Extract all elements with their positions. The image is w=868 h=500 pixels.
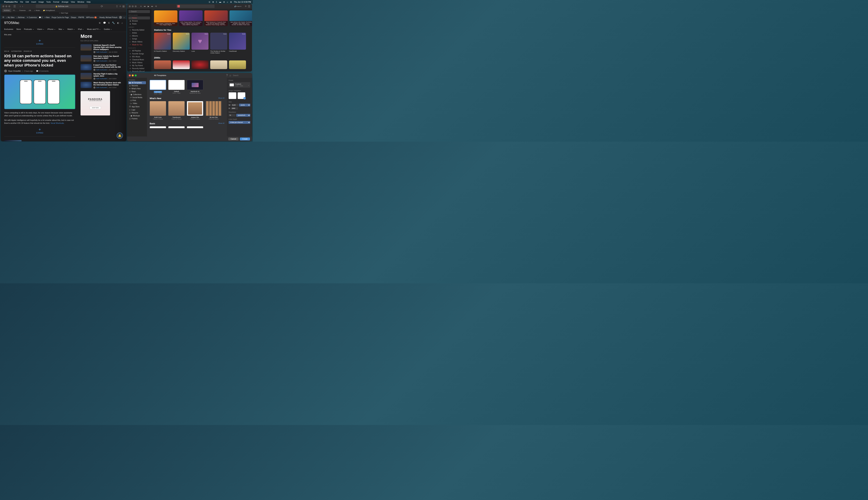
tag[interactable]: AUTOMATION bbox=[11, 50, 22, 52]
search-input[interactable]: ⌕ Search bbox=[128, 10, 150, 13]
avatar[interactable] bbox=[119, 16, 122, 19]
bluetooth-icon[interactable]: ᛒ bbox=[216, 1, 217, 3]
comments-link[interactable]: 💬 5 Comments bbox=[36, 70, 48, 72]
nav-item[interactable]: iPhone ⌄ bbox=[47, 28, 55, 30]
tag[interactable]: IPADOS 18 bbox=[24, 50, 32, 52]
tab[interactable]: 📁 Smörgåsbord bbox=[42, 9, 56, 12]
tab[interactable]: ♫ Music bbox=[33, 9, 41, 12]
preset-selector[interactable]: Custom5120 × 2880 ⌄ bbox=[229, 82, 250, 88]
new-tab-icon[interactable]: + bbox=[119, 5, 121, 8]
dollar-icon[interactable]: $ bbox=[108, 22, 110, 24]
menu-window[interactable]: Window bbox=[77, 1, 84, 3]
music-main[interactable]: Milky Chance, OneRepublic, Oliver Tree, … bbox=[151, 9, 252, 71]
chat-icon[interactable]: 💬 bbox=[103, 22, 106, 24]
template-card[interactable]: Solid ColorFrame (3 Sizes) bbox=[150, 101, 166, 120]
wp-purge[interactable]: Purge Cache for Page bbox=[52, 16, 69, 19]
key-icon[interactable]: 🔧 bbox=[112, 22, 115, 24]
wp-comments[interactable]: 💬 2 bbox=[39, 16, 42, 19]
template-card[interactable] bbox=[187, 126, 203, 128]
share-icon[interactable]: ⇧ bbox=[116, 5, 118, 8]
article-headline[interactable]: iOS 18 can perform actions based on any … bbox=[4, 54, 75, 68]
prev-icon[interactable]: ⏮ bbox=[144, 5, 146, 8]
sidebar-item-social[interactable]: ›#Social Media bbox=[128, 96, 146, 99]
search-input[interactable] bbox=[233, 75, 250, 76]
search-icon[interactable]: ⌕ bbox=[227, 1, 228, 3]
sidebar-item[interactable]: ⚙90's Music bbox=[128, 55, 150, 58]
lyrics-icon[interactable]: ≡ bbox=[245, 5, 247, 8]
mix-card[interactable]: Jack Johnson, Ben Howard, The Brinks, 34… bbox=[229, 10, 252, 26]
expand-button[interactable]: +EXPAND bbox=[4, 127, 75, 134]
template-card[interactable] bbox=[150, 126, 166, 128]
wp-site[interactable]: ⌂ 9to5mac bbox=[16, 16, 25, 19]
create-button[interactable]: Create bbox=[240, 137, 250, 140]
tag[interactable]: IOS 18 bbox=[4, 50, 9, 52]
nav-item[interactable]: iPad ⌄ bbox=[78, 28, 84, 30]
album-card[interactable] bbox=[192, 60, 208, 69]
vocal-shortcuts-link[interactable]: Vocal Shortcuts bbox=[50, 122, 64, 124]
res-unit-select[interactable]: pixels/inch bbox=[236, 114, 250, 117]
zoom-button[interactable] bbox=[8, 5, 10, 7]
sidebar-item-whats-new[interactable]: ✦What's New bbox=[128, 87, 146, 90]
related-item[interactable]: Celebrate SpaceX's fourth Starship fligh… bbox=[81, 44, 122, 53]
sidebar-item[interactable]: ♪Artists bbox=[128, 32, 150, 34]
next-icon[interactable]: ⏭ bbox=[151, 5, 153, 8]
template-card[interactable]: Default5120 × 2880 bbox=[168, 80, 185, 95]
menu-help[interactable]: Help bbox=[87, 1, 91, 3]
menu-file[interactable]: File bbox=[20, 1, 23, 3]
author-link[interactable]: Ryan Christoffel bbox=[8, 70, 21, 72]
volume-slider[interactable]: 🔊━━●━━ bbox=[234, 5, 241, 7]
station-card[interactable]: Music♥Love bbox=[192, 33, 208, 54]
sidebar-item-all-templates[interactable]: ▦All Templates bbox=[128, 81, 146, 84]
orientation-portrait[interactable] bbox=[229, 92, 236, 99]
nav-item[interactable]: Podcasts ⌄ bbox=[24, 28, 34, 30]
shuffle-icon[interactable]: ⤮ bbox=[140, 5, 142, 8]
sidebar-item-radio[interactable]: ◉Radio bbox=[128, 22, 150, 25]
related-item[interactable]: How many rockets has SpaceX launched in … bbox=[81, 55, 122, 62]
color-depth-select[interactable]: 8-bits per channel bbox=[229, 121, 250, 124]
sidebar-item-print[interactable]: ›⎙Print bbox=[128, 99, 146, 102]
nav-item[interactable]: Exclusives bbox=[4, 28, 13, 30]
sidebar-item-resume[interactable]: ▢Resume bbox=[128, 111, 146, 114]
menu-insert[interactable]: Insert bbox=[31, 1, 36, 3]
nav-item[interactable]: Store bbox=[16, 28, 21, 30]
related-item[interactable]: Starship Flight 4 makes a big splash, tw… bbox=[81, 73, 122, 80]
zoom-button[interactable] bbox=[135, 5, 137, 7]
control-center-icon[interactable]: ⊟ bbox=[230, 1, 232, 3]
sidebar-item-appstore[interactable]: ⒶApp Store bbox=[128, 105, 146, 108]
tab[interactable]: 9to5Mac bbox=[2, 9, 11, 12]
sidebar-item[interactable]: ⚙Recently Played bbox=[128, 70, 150, 71]
shop-now-button[interactable]: SHOP NOW bbox=[90, 106, 101, 109]
clock[interactable]: Thu Jun 13 4:59 PM bbox=[234, 1, 251, 3]
station-card[interactable]: MusicThe Strokes & Similar Artists Stati… bbox=[210, 33, 227, 54]
search-icon[interactable]: ⌕ bbox=[124, 16, 125, 19]
notification-bell-icon[interactable]: 🔔 bbox=[117, 133, 123, 139]
tab[interactable]: Fil… bbox=[12, 9, 18, 12]
template-card[interactable]: TranslucentFrame (3 Sizes) bbox=[168, 101, 185, 120]
sidebar-item-logo[interactable]: ◇Logo bbox=[128, 108, 146, 111]
queue-icon[interactable]: ☰ bbox=[248, 5, 250, 8]
wp-new[interactable]: + New bbox=[45, 16, 50, 19]
station-card[interactable]: MusicHeartbreak bbox=[229, 33, 246, 54]
close-button[interactable] bbox=[129, 5, 131, 7]
wp-icon[interactable]: ⓦ bbox=[2, 16, 4, 19]
album-card[interactable] bbox=[229, 60, 246, 69]
start-page-label[interactable]: ☆ Start Page bbox=[59, 12, 68, 16]
sidebar-toggle-icon[interactable]: ☰ bbox=[13, 5, 16, 8]
tab[interactable]: Finances bbox=[18, 9, 27, 12]
template-grid[interactable]: Last Used5120 × 2880 Default5120 × 2880 … bbox=[147, 78, 227, 136]
album-card[interactable] bbox=[210, 60, 227, 69]
status-icon[interactable]: ⊙ bbox=[209, 1, 210, 3]
menu-image[interactable]: Image bbox=[38, 1, 44, 3]
wp-pnfpb[interactable]: PNFPB bbox=[78, 16, 84, 19]
minimize-button[interactable] bbox=[132, 5, 134, 7]
menu-view[interactable]: View bbox=[71, 1, 75, 3]
sidebar-item-recents[interactable]: ◷Recents bbox=[128, 84, 146, 87]
menu-tools[interactable]: Tools bbox=[46, 1, 51, 3]
reload-icon[interactable]: ⟳ bbox=[101, 5, 103, 8]
menu-format[interactable]: Format bbox=[53, 1, 59, 3]
mix-card[interactable]: Albert Hammond Jr, Young the Giant, Fitz… bbox=[204, 10, 228, 26]
tab[interactable]: GB bbox=[27, 9, 33, 12]
close-button[interactable] bbox=[2, 5, 4, 7]
forward-button[interactable]: › bbox=[22, 5, 23, 8]
wifi-icon[interactable]: ⊚ bbox=[223, 1, 225, 3]
